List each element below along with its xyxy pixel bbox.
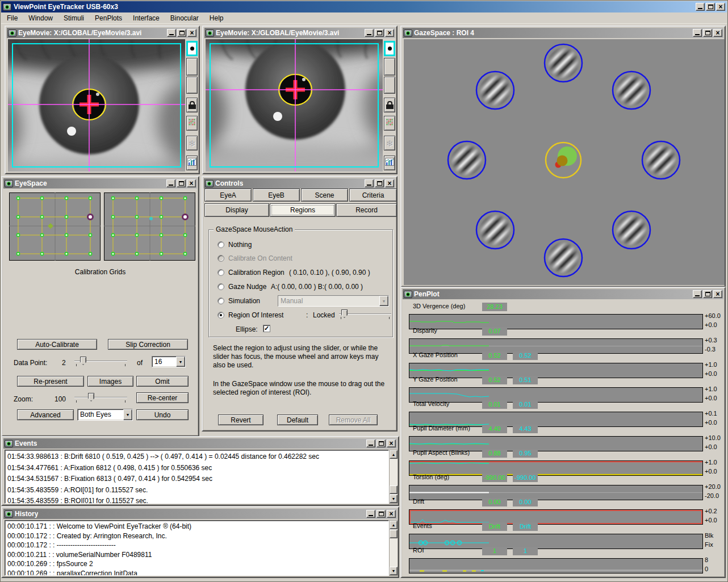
radio-region-of-interest[interactable]: [217, 312, 224, 319]
history-scrollbar[interactable]: ▲ ▼: [389, 520, 398, 576]
radio-simulation-label[interactable]: Simulation: [228, 297, 260, 305]
spare-button-1[interactable]: [384, 58, 395, 76]
maximize-button[interactable]: [376, 439, 386, 447]
radio-gaze-nudge[interactable]: [217, 283, 224, 290]
scroll-down-button[interactable]: ▼: [390, 495, 398, 503]
images-button[interactable]: Images: [87, 376, 133, 387]
threshold-dots-button[interactable]: [384, 116, 395, 131]
maximize-button[interactable]: [177, 179, 186, 187]
spare-button-2[interactable]: [384, 77, 395, 94]
chevron-down-icon[interactable]: ▼: [123, 409, 132, 420]
close-button[interactable]: ×: [187, 179, 196, 187]
maximize-button[interactable]: [375, 29, 384, 37]
zoom-slider[interactable]: [74, 392, 127, 403]
menu-item-stimuli[interactable]: Stimuli: [58, 13, 90, 24]
undo-button[interactable]: Undo: [136, 409, 189, 420]
minimize-button[interactable]: [366, 510, 375, 518]
advanced-button[interactable]: Advanced: [17, 409, 74, 420]
radio-calibration-region[interactable]: [217, 269, 224, 276]
histogram-button[interactable]: [186, 156, 198, 170]
minimize-button[interactable]: [166, 179, 175, 187]
auto-calibrate-button[interactable]: Auto-Calibrate: [17, 339, 97, 350]
ellipse-checkbox[interactable]: ✓: [263, 325, 270, 332]
eye-a-video[interactable]: [8, 39, 185, 171]
radio-gaze-nudge-label[interactable]: Gaze Nudge: [228, 283, 266, 291]
tab-eyea[interactable]: EyeA: [204, 189, 252, 202]
radio-nothing-label[interactable]: Nothing: [228, 241, 252, 249]
close-button[interactable]: ×: [387, 510, 396, 518]
pupil-select-button[interactable]: [186, 41, 198, 56]
roi-circle-5[interactable]: [642, 141, 680, 179]
minimize-button[interactable]: [167, 29, 176, 37]
radio-region-of-interest-label[interactable]: Region Of Interest: [228, 311, 283, 319]
minimize-button[interactable]: [365, 29, 374, 37]
radio-simulation[interactable]: [217, 298, 224, 304]
revert-button[interactable]: Revert: [218, 414, 263, 425]
close-button[interactable]: ×: [387, 439, 396, 447]
maximize-button[interactable]: [703, 290, 712, 298]
events-titlebar[interactable]: Events ×: [3, 438, 397, 449]
menu-item-interface[interactable]: Interface: [128, 13, 165, 24]
total-points-dropdown[interactable]: 16 ▼: [152, 356, 186, 367]
tab-record[interactable]: Record: [336, 203, 397, 217]
close-button[interactable]: ×: [385, 179, 394, 187]
tab-display[interactable]: Display: [204, 203, 269, 217]
controls-titlebar[interactable]: Controls ×: [204, 178, 395, 189]
pupil-select-button[interactable]: [384, 41, 395, 56]
scroll-up-button[interactable]: ▲: [390, 521, 398, 529]
chevron-down-icon[interactable]: ▼: [176, 357, 185, 367]
menu-item-window[interactable]: Window: [23, 13, 58, 24]
gazespace-canvas[interactable]: [404, 39, 725, 285]
gazespace-titlebar[interactable]: GazeSpace : ROI 4 ×: [403, 28, 723, 38]
roi-circle-3[interactable]: [613, 72, 650, 109]
scrollbar-thumb[interactable]: [390, 530, 398, 538]
menu-item-help[interactable]: Help: [204, 13, 229, 24]
menu-item-binocular[interactable]: Binocular: [165, 13, 204, 24]
radio-calibration-region-label[interactable]: Calibration Region: [228, 269, 284, 277]
maximize-button[interactable]: [703, 29, 712, 37]
maximize-button[interactable]: [177, 29, 186, 37]
menu-item-file[interactable]: File: [2, 13, 23, 24]
tab-eyeb[interactable]: EyeB: [253, 189, 300, 202]
menu-item-penplots[interactable]: PenPlots: [90, 13, 128, 24]
scrollbar-thumb[interactable]: [390, 485, 398, 494]
calibration-grid-a[interactable]: [9, 192, 101, 263]
maximize-button[interactable]: [376, 510, 386, 518]
scroll-down-button[interactable]: ▼: [390, 567, 398, 575]
roi-circle-2[interactable]: [476, 72, 514, 109]
minimize-button[interactable]: [693, 290, 702, 298]
slip-correction-button[interactable]: Slip Correction: [108, 339, 188, 350]
minimize-button[interactable]: [696, 3, 705, 11]
freeze-button[interactable]: ❄: [384, 136, 395, 150]
eye-select-dropdown[interactable]: Both Eyes ▼: [77, 409, 133, 421]
events-scrollbar[interactable]: ▲ ▼: [389, 450, 398, 504]
roi-circle-4[interactable]: [448, 141, 486, 179]
eyemovie-a-titlebar[interactable]: EyeMovie: X:/GLOBAL/EyeMovie/3.avi ×: [7, 28, 198, 38]
minimize-button[interactable]: [365, 179, 374, 187]
close-button[interactable]: ×: [385, 29, 394, 37]
roi-circle-6[interactable]: [476, 211, 514, 249]
re-center-button[interactable]: Re-center: [136, 392, 189, 403]
roi-circle-7[interactable]: [613, 211, 650, 249]
radio-nothing[interactable]: [217, 241, 224, 248]
histogram-button[interactable]: [384, 156, 395, 170]
tab-regions[interactable]: Regions: [270, 203, 336, 217]
eyemovie-b-titlebar[interactable]: EyeMovie: X:/GLOBAL/EyeMovie/3.avi ×: [204, 28, 395, 38]
close-button[interactable]: ×: [187, 29, 196, 37]
spare-button-2[interactable]: [186, 77, 198, 94]
calibration-grid-b[interactable]: [104, 192, 195, 263]
scroll-up-button[interactable]: ▲: [390, 450, 398, 459]
tab-scene[interactable]: Scene: [301, 189, 348, 202]
eye-b-video[interactable]: [206, 39, 383, 171]
tab-criteria[interactable]: Criteria: [349, 189, 397, 202]
data-point-slider[interactable]: [74, 356, 127, 366]
threshold-dots-button[interactable]: [186, 116, 198, 131]
lock-button[interactable]: [186, 98, 198, 112]
close-button[interactable]: ×: [713, 290, 722, 298]
default-button[interactable]: Default: [277, 414, 318, 425]
main-titlebar[interactable]: ViewPoint EyeTracker USB-60x3 ×: [1, 1, 727, 12]
history-titlebar[interactable]: History ×: [3, 509, 397, 519]
re-present-button[interactable]: Re-present: [17, 376, 84, 387]
omit-button[interactable]: Omit: [136, 376, 189, 387]
maximize-button[interactable]: [375, 179, 384, 187]
